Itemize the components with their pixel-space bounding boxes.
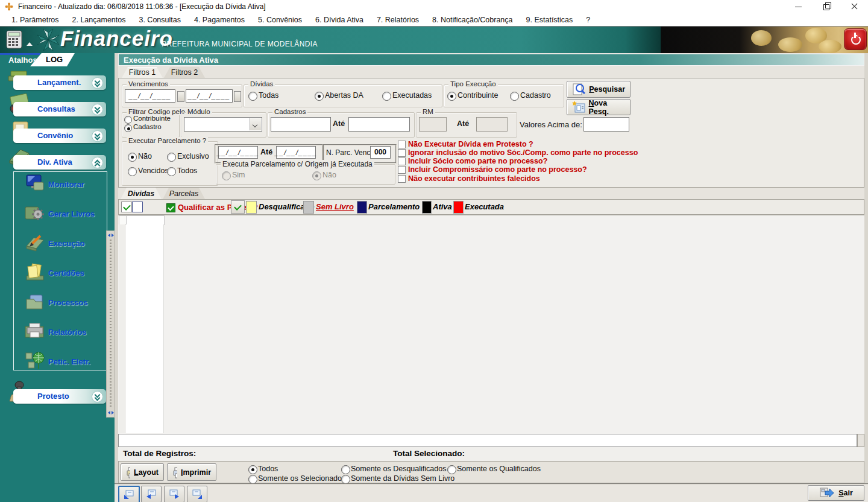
radio-tipo-contribuinte[interactable] — [447, 92, 456, 101]
chevron-down-icon[interactable] — [92, 77, 103, 89]
menu-estatisticas[interactable]: 9. Estatísticas — [520, 16, 580, 24]
parc-to-input[interactable]: __/__/____ — [276, 146, 316, 159]
radio-print-todos[interactable] — [248, 465, 257, 474]
menu-help[interactable]: ? — [579, 16, 597, 24]
radio-dividas-abertas-da[interactable] — [315, 92, 324, 101]
power-button[interactable] — [844, 28, 867, 50]
menu-parametros[interactable]: 1. Parâmetros — [5, 16, 66, 24]
sidebar-item-gerar-livros[interactable]: Gerar Livros — [48, 209, 95, 218]
vencimentos-to-picker-button[interactable] — [234, 91, 241, 102]
sidebar-item-protesto[interactable]: Protesto — [13, 389, 106, 404]
valores-acima-input[interactable] — [583, 117, 629, 132]
select-all-secondary-box[interactable] — [132, 202, 143, 212]
qualificado-check-button[interactable] — [231, 200, 245, 214]
legend-swatch-executada — [453, 201, 464, 214]
app-subtitle: PREFEITURA MUNICIPAL DE MODELÂNDIA — [162, 40, 318, 48]
radio-filtrar-contribuinte[interactable] — [124, 116, 132, 124]
pinwheel-logo-icon — [36, 28, 60, 52]
pesquisar-button[interactable]: Pesquisar — [567, 81, 631, 98]
chevron-down-icon[interactable] — [92, 104, 103, 115]
layout-button[interactable]: Layout — [121, 463, 164, 481]
sidebar-item-consultas[interactable]: Consultas — [13, 102, 106, 116]
menu-consultas[interactable]: 3. Consultas — [132, 16, 187, 24]
n-parc-venc-input[interactable]: 000 — [370, 146, 391, 159]
checkbox-nao-executar-falecidos[interactable] — [398, 175, 406, 183]
radio-parc-exclusivo[interactable] — [167, 153, 176, 162]
grid-horizontal-scrollbar[interactable] — [118, 434, 857, 447]
menu-convenios[interactable]: 5. Convênios — [251, 16, 309, 24]
nav-first-icon — [124, 490, 134, 500]
grid-first-column — [126, 224, 164, 433]
checkbox-incluir-socio[interactable] — [398, 157, 406, 165]
sidebar-item-relatorios[interactable]: Relatórios — [48, 328, 87, 337]
modulo-select[interactable] — [184, 117, 262, 132]
checkbox-ignorar-motivo[interactable] — [398, 149, 406, 157]
close-button[interactable] — [840, 0, 868, 13]
parc-from-input[interactable]: __/__/____ — [218, 146, 258, 159]
nav-previous-icon — [146, 489, 157, 499]
radio-parc-nao[interactable] — [128, 153, 137, 162]
n-parc-venc-label: N. Parc. Venc. — [326, 148, 373, 157]
chevron-down-icon[interactable] — [92, 130, 103, 142]
restore-button[interactable] — [813, 0, 840, 13]
select-all-checkbox[interactable] — [121, 202, 132, 212]
chevron-down-icon[interactable] — [250, 118, 261, 130]
panel-title: Execução da Dívida Ativa — [124, 56, 218, 65]
radio-parc-todos[interactable] — [167, 167, 176, 176]
header-caret-icon[interactable] — [27, 42, 33, 46]
tab-parcelas[interactable]: Parcelas — [163, 188, 205, 199]
sidebar-item-petic-eletr[interactable]: Petic. Eletr. — [48, 357, 90, 366]
menu-lancamentos[interactable]: 2. Lançamentos — [66, 16, 133, 24]
radio-dividas-executadas[interactable] — [382, 92, 391, 101]
sidebar-item-lancamentos[interactable]: Lançament. — [13, 75, 106, 90]
radio-parc-vencidos[interactable] — [128, 167, 137, 176]
results-grid — [118, 215, 864, 434]
nav-next-button[interactable] — [164, 486, 184, 502]
minimize-button[interactable] — [785, 0, 813, 13]
radio-print-selecionados[interactable] — [248, 475, 257, 484]
legend-label-sem-livro: Sem Livro — [316, 202, 354, 211]
nav-last-button[interactable] — [187, 486, 207, 502]
checkbox-nao-executar-protesto[interactable] — [398, 141, 406, 148]
sidebar-item-processos[interactable]: Processos — [48, 298, 88, 307]
radio-filtrar-cadastro[interactable] — [124, 124, 132, 132]
nova-pesq-button[interactable]: Nova Pesq. — [567, 99, 631, 115]
imprimir-button[interactable]: Imprimir — [167, 463, 216, 481]
qualificar-checkbox[interactable] — [166, 203, 175, 212]
sair-button[interactable]: Sair — [808, 485, 864, 501]
radio-print-qualificados[interactable] — [447, 465, 456, 474]
chevron-down-icon[interactable] — [92, 391, 103, 402]
menu-divida-ativa[interactable]: 6. Dívida Ativa — [309, 16, 370, 24]
vencimentos-from-picker-button[interactable] — [177, 91, 184, 102]
menu-pagamentos[interactable]: 4. Pagamentos — [187, 16, 251, 24]
radio-dividas-todas[interactable] — [248, 92, 257, 101]
sidebar-item-div-ativa[interactable]: Div. Ativa — [13, 155, 106, 170]
cadastros-from-input[interactable] — [271, 117, 331, 132]
calculator-icon[interactable] — [6, 30, 23, 49]
nav-previous-button[interactable] — [141, 486, 162, 502]
sidebar-item-monitorar[interactable]: Monitorar — [48, 180, 84, 189]
sidebar-item-execucao[interactable]: Execução — [48, 239, 85, 248]
tab-dividas[interactable]: Dividas — [121, 188, 162, 199]
vencimentos-from-input[interactable]: __/__/____ — [125, 89, 175, 103]
tab-filtros-2[interactable]: Filtros 2 — [164, 67, 205, 78]
menu-notificacao-cobranca[interactable]: 8. Notificação/Cobrança — [426, 16, 519, 24]
checkbox-incluir-compromissario[interactable] — [398, 166, 406, 174]
sidebar-scrollbar[interactable] — [106, 230, 115, 418]
sidebar-item-convenio[interactable]: Convênio — [13, 129, 106, 143]
grid-header-cell — [126, 215, 165, 225]
nav-first-button[interactable] — [118, 486, 140, 502]
legend-swatch-parcelamento — [357, 201, 367, 214]
sidebar-item-certidoes[interactable]: Certidões — [48, 268, 84, 278]
rm-from-input — [419, 117, 447, 132]
sidebar-tab-atalhos[interactable]: Atalhos — [8, 56, 37, 65]
menu-relatorios[interactable]: 7. Relatórios — [370, 16, 426, 24]
vencimentos-to-input[interactable]: __/__/____ — [186, 89, 233, 103]
coins-banner-image — [661, 27, 868, 53]
cadastros-to-input[interactable] — [348, 117, 410, 132]
tab-filtros-1[interactable]: Filtros 1 — [122, 67, 163, 78]
radio-print-desqualificados[interactable] — [341, 465, 350, 474]
radio-tipo-cadastro[interactable] — [510, 92, 519, 101]
radio-print-sem-livro[interactable] — [341, 475, 350, 484]
chevron-up-icon[interactable] — [92, 157, 103, 168]
